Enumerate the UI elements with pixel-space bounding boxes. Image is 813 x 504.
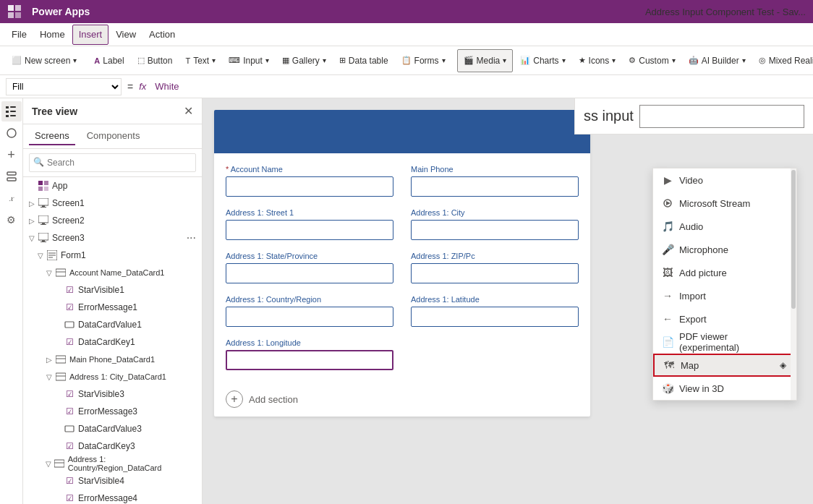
ai-builder-chevron: ▾ — [742, 56, 746, 64]
tree-item-form1[interactable]: ▽ Form1 — [23, 247, 202, 264]
more-options-icon[interactable]: ··· — [187, 231, 196, 244]
new-screen-button[interactable]: ⬜ New screen ▾ — [6, 49, 82, 72]
tree-item-datacardvalue3[interactable]: DataCardValue3 — [23, 420, 202, 437]
tree-item-starvisible1[interactable]: ☑ StarVisible1 — [23, 281, 202, 299]
search-input[interactable] — [29, 153, 196, 172]
check-icon: ☑ — [64, 492, 75, 504]
charts-button[interactable]: 📊 Charts ▾ — [514, 49, 571, 72]
shapes-icon[interactable] — [1, 123, 22, 143]
menu-bar: File Home Insert View Action — [0, 23, 813, 46]
tree-view-icon[interactable] — [1, 101, 22, 121]
menu-action[interactable]: Action — [143, 25, 181, 45]
tree-item-account-name-datacard[interactable]: ▽ Account Name_DataCard1 — [23, 264, 202, 281]
sidebar-close-button[interactable]: ✕ — [184, 104, 193, 118]
field-street1: Address 1: Street 1 — [226, 208, 393, 240]
button-button[interactable]: ⬚ Button — [132, 49, 179, 72]
tree-item-app[interactable]: App — [23, 177, 202, 195]
input-account-name[interactable] — [226, 176, 393, 197]
dropdown-item-audio[interactable]: 🎵 Audio — [653, 215, 796, 238]
menu-home[interactable]: Home — [34, 25, 71, 45]
data-icon[interactable] — [1, 166, 22, 187]
app-icon — [7, 4, 22, 19]
tab-components[interactable]: Components — [81, 127, 146, 145]
dropdown-item-map[interactable]: 🗺 Map ◈ — [653, 354, 796, 377]
tree-item-datacardkey1[interactable]: ☑ DataCardKey1 — [23, 333, 202, 351]
dropdown-item-import[interactable]: → Import — [653, 284, 796, 307]
variable-icon[interactable]: 𝑥 — [1, 188, 22, 208]
menu-view[interactable]: View — [110, 25, 142, 45]
tree-item-errormessage3[interactable]: ☑ ErrorMessage3 — [23, 403, 202, 420]
dropdown-item-add-picture[interactable]: 🖼 Add picture — [653, 261, 796, 284]
label-button[interactable]: A Label — [88, 49, 129, 72]
app-title: Power Apps — [32, 6, 90, 17]
tree-item-screen2[interactable]: ▷ Screen2 — [23, 212, 202, 229]
media-button[interactable]: 🎬 Media ▾ — [457, 49, 514, 72]
dropdown-item-stream[interactable]: Microsoft Stream — [653, 192, 796, 215]
input-button[interactable]: ⌨ Input ▾ — [223, 49, 275, 72]
dropdown-item-microphone[interactable]: 🎤 Microphone — [653, 238, 796, 261]
dropdown-item-view3d[interactable]: 🎲 View in 3D — [653, 377, 796, 400]
dropdown-item-video[interactable]: ▶ Video — [653, 168, 796, 192]
svg-rect-7 — [10, 111, 16, 112]
icons-button[interactable]: ★ Icons ▾ — [573, 49, 622, 72]
arrow-icon: ▽ — [29, 234, 38, 242]
check-icon: ☑ — [64, 440, 75, 452]
address-overlay-input[interactable] — [639, 105, 804, 128]
input-street1[interactable] — [226, 220, 393, 240]
svg-rect-18 — [42, 205, 45, 207]
dropdown-scrollbar[interactable] — [791, 168, 796, 400]
svg-rect-3 — [15, 12, 21, 18]
arrow-icon: ▷ — [29, 217, 38, 225]
svg-rect-20 — [38, 215, 48, 223]
input-state[interactable] — [226, 263, 393, 283]
tab-screens[interactable]: Screens — [29, 127, 75, 145]
tree-item-country-datacard[interactable]: ▽ Address 1: Country/Region_DataCard — [23, 455, 202, 472]
gallery-button[interactable]: ▦ Gallery ▾ — [276, 49, 332, 72]
tree-item-city-datacard[interactable]: ▽ Address 1: City_DataCard1 — [23, 368, 202, 385]
tree-item-errormessage1[interactable]: ☑ ErrorMessage1 — [23, 299, 202, 316]
tree-item-screen3[interactable]: ▽ Screen3 ··· — [23, 229, 202, 247]
check-icon: ☑ — [64, 302, 75, 313]
property-selector[interactable]: Fill — [6, 78, 122, 95]
left-icon-bar: + 𝑥 ⚙ — [0, 98, 23, 504]
custom-button[interactable]: ⚙ Custom ▾ — [623, 49, 681, 72]
input-longitude[interactable] — [226, 350, 393, 370]
input-city[interactable] — [411, 220, 579, 240]
tree-item-datacardvalue1[interactable]: DataCardValue1 — [23, 316, 202, 333]
address-overlay-text: ss input — [584, 108, 634, 124]
text-button[interactable]: T Text ▾ — [179, 49, 221, 72]
tree-item-starvisible3[interactable]: ☑ StarVisible3 — [23, 385, 202, 403]
search-icon: 🔍 — [33, 157, 44, 167]
tree-item-mainphone-datacard[interactable]: ▷ Main Phone_DataCard1 — [23, 351, 202, 368]
media-chevron: ▾ — [503, 56, 506, 64]
tree-items-list: App ▷ Screen1 ▷ Screen2 ▽ — [23, 177, 202, 504]
tree-item-datacardkey3[interactable]: ☑ DataCardKey3 — [23, 437, 202, 455]
input-zip[interactable] — [411, 263, 579, 283]
dropdown-item-pdf[interactable]: 📄 PDF viewer (experimental) — [653, 330, 796, 354]
input-country[interactable] — [226, 307, 393, 327]
input-latitude[interactable] — [411, 307, 579, 327]
sidebar-title: Tree view — [32, 106, 77, 117]
dropdown-scrollbar-thumb — [791, 170, 796, 309]
settings-icon[interactable]: ⚙ — [1, 210, 22, 230]
data-table-button[interactable]: ⊞ Data table — [333, 49, 394, 72]
tree-item-starvisible4[interactable]: ☑ StarVisible4 — [23, 472, 202, 490]
image-icon: 🖼 — [662, 267, 673, 278]
mixed-reality-button[interactable]: ◎ Mixed Reality ▾ — [753, 49, 813, 72]
input-main-phone[interactable] — [411, 176, 579, 197]
menu-file[interactable]: File — [6, 25, 33, 45]
svg-rect-9 — [10, 115, 16, 116]
main-layout: + 𝑥 ⚙ Tree view ✕ Screens Components 🔍 — [0, 98, 813, 504]
tree-item-errormessage4[interactable]: ☑ ErrorMessage4 — [23, 490, 202, 504]
tree-item-screen1[interactable]: ▷ Screen1 — [23, 195, 202, 212]
map-icon: 🗺 — [663, 359, 675, 371]
ai-builder-button[interactable]: 🤖 AI Builder ▾ — [683, 49, 752, 72]
new-screen-chevron: ▾ — [73, 56, 77, 64]
forms-button[interactable]: 📋 Forms ▾ — [396, 49, 451, 72]
add-section-button[interactable]: + Add section — [214, 382, 590, 417]
add-icon[interactable]: + — [1, 145, 22, 165]
dropdown-item-export[interactable]: ← Export — [653, 307, 796, 330]
menu-insert[interactable]: Insert — [72, 25, 109, 45]
svg-rect-15 — [38, 187, 43, 191]
address-overlay-panel: ss input — [574, 98, 813, 134]
